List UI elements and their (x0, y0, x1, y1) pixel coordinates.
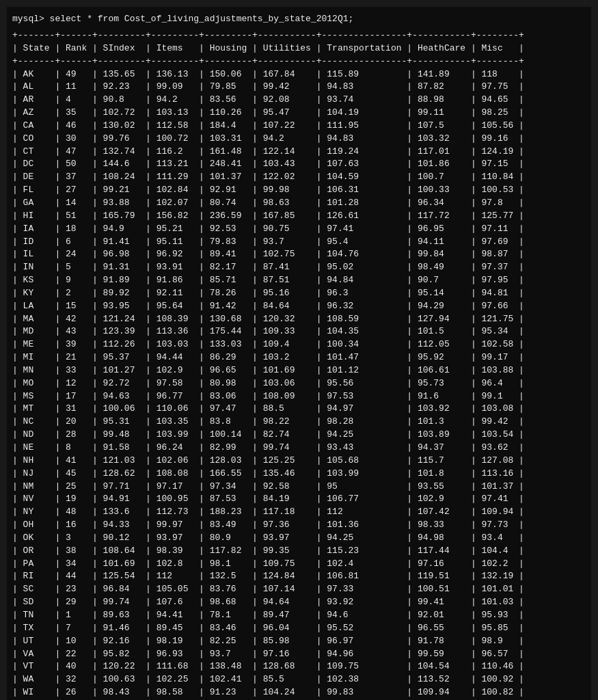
table-row: | DC | 50 | 144.6 | 113.21 | 248.41 | 10… (12, 158, 586, 171)
table-row: | WA | 32 | 100.63 | 102.25 | 102.41 | 8… (12, 673, 586, 686)
header-row: | State | Rank | SIndex | Items | Housin… (12, 42, 586, 55)
table-row: | OR | 38 | 108.64 | 98.39 | 117.82 | 99… (12, 545, 586, 558)
table-row: | SD | 29 | 99.74 | 107.6 | 98.68 | 94.6… (12, 596, 586, 609)
table-row: | AL | 11 | 92.23 | 99.09 | 79.85 | 99.4… (12, 81, 586, 94)
table-row: | AK | 49 | 135.65 | 136.13 | 150.06 | 1… (12, 68, 586, 81)
table-row: | LA | 15 | 93.95 | 95.64 | 91.42 | 84.6… (12, 300, 586, 313)
table-row: | KS | 9 | 91.89 | 91.86 | 85.71 | 87.51… (12, 274, 586, 287)
table-row: | KY | 2 | 89.92 | 92.11 | 78.26 | 95.16… (12, 287, 586, 300)
table-row: | CA | 46 | 130.02 | 112.58 | 184.4 | 10… (12, 120, 586, 133)
table-row: | HI | 51 | 165.79 | 156.82 | 236.59 | 1… (12, 210, 586, 223)
table-row: | VT | 40 | 120.22 | 111.68 | 138.48 | 1… (12, 660, 586, 673)
table-row: | IA | 18 | 94.9 | 95.21 | 92.53 | 90.75… (12, 223, 586, 236)
table-row: | NC | 20 | 95.31 | 103.35 | 83.8 | 98.2… (12, 416, 586, 429)
table-row: | MI | 21 | 95.37 | 94.44 | 86.29 | 103.… (12, 351, 586, 364)
table-row: | RI | 44 | 125.54 | 112 | 132.5 | 124.8… (12, 570, 586, 583)
table-row: | MS | 17 | 94.63 | 96.77 | 83.06 | 108.… (12, 390, 586, 403)
table-container: +-------+------+---------+---------+----… (12, 29, 586, 700)
table-row: | AR | 4 | 90.8 | 94.2 | 83.56 | 92.08 |… (12, 94, 586, 107)
table-row: | ME | 39 | 112.26 | 103.03 | 133.03 | 1… (12, 338, 586, 351)
table-row: | TX | 7 | 91.46 | 89.45 | 83.46 | 96.04… (12, 622, 586, 635)
table-row: | MT | 31 | 100.06 | 110.06 | 97.47 | 88… (12, 403, 586, 416)
table-row: | WI | 26 | 98.43 | 98.58 | 91.23 | 104.… (12, 686, 586, 699)
table-row: | VA | 22 | 95.82 | 96.93 | 93.7 | 97.16… (12, 648, 586, 661)
command-line: mysql> select * from Cost_of_living_adju… (12, 14, 586, 24)
table-row: | NY | 48 | 133.6 | 112.73 | 188.23 | 11… (12, 506, 586, 519)
divider-line: +-------+------+---------+---------+----… (12, 55, 586, 68)
table-row: | NJ | 45 | 128.62 | 108.08 | 166.55 | 1… (12, 468, 586, 481)
table-row: | NH | 41 | 121.03 | 102.06 | 128.03 | 1… (12, 455, 586, 468)
table-row: | OK | 3 | 90.12 | 93.97 | 80.9 | 93.97 … (12, 532, 586, 545)
table-row: | DE | 37 | 108.24 | 111.29 | 101.37 | 1… (12, 171, 586, 184)
table-row: | NE | 8 | 91.58 | 96.24 | 82.99 | 99.74… (12, 442, 586, 455)
terminal-window: mysql> select * from Cost_of_living_adju… (7, 7, 591, 700)
table-row: | CO | 30 | 99.76 | 100.72 | 103.31 | 94… (12, 133, 586, 146)
table-row: | ND | 28 | 99.48 | 103.99 | 100.14 | 82… (12, 429, 586, 442)
table-row: | MN | 33 | 101.27 | 102.9 | 96.65 | 101… (12, 364, 586, 377)
table-row: | MA | 42 | 121.24 | 108.39 | 130.68 | 1… (12, 313, 586, 326)
divider-line: +-------+------+---------+---------+----… (12, 29, 586, 42)
table-row: | UT | 10 | 92.16 | 98.19 | 82.25 | 85.9… (12, 635, 586, 648)
table-row: | FL | 27 | 99.21 | 102.84 | 92.91 | 99.… (12, 184, 586, 197)
table-row: | AZ | 35 | 102.72 | 103.13 | 110.26 | 9… (12, 107, 586, 120)
table-row: | ID | 6 | 91.41 | 95.11 | 79.83 | 93.7 … (12, 236, 586, 249)
table-row: | GA | 14 | 93.88 | 102.07 | 80.74 | 98.… (12, 197, 586, 210)
table-row: | CT | 47 | 132.74 | 116.2 | 161.48 | 12… (12, 146, 586, 159)
table-row: | TN | 1 | 89.63 | 94.41 | 78.1 | 89.47 … (12, 609, 586, 622)
table-row: | OH | 16 | 94.33 | 99.97 | 83.49 | 97.3… (12, 519, 586, 532)
table-row: | MD | 43 | 123.39 | 113.36 | 175.44 | 1… (12, 325, 586, 338)
table-row: | NV | 19 | 94.91 | 100.95 | 87.53 | 84.… (12, 493, 586, 506)
table-row: | SC | 23 | 96.84 | 105.05 | 83.76 | 107… (12, 583, 586, 596)
table-row: | MO | 12 | 92.72 | 97.58 | 80.98 | 103.… (12, 377, 586, 390)
table-row: | PA | 34 | 101.69 | 102.8 | 98.1 | 109.… (12, 558, 586, 571)
table-row: | IN | 5 | 91.31 | 93.91 | 82.17 | 87.41… (12, 261, 586, 274)
table-row: | IL | 24 | 96.98 | 96.92 | 89.41 | 102.… (12, 248, 586, 261)
table-row: | NM | 25 | 97.71 | 97.17 | 97.34 | 92.5… (12, 481, 586, 494)
